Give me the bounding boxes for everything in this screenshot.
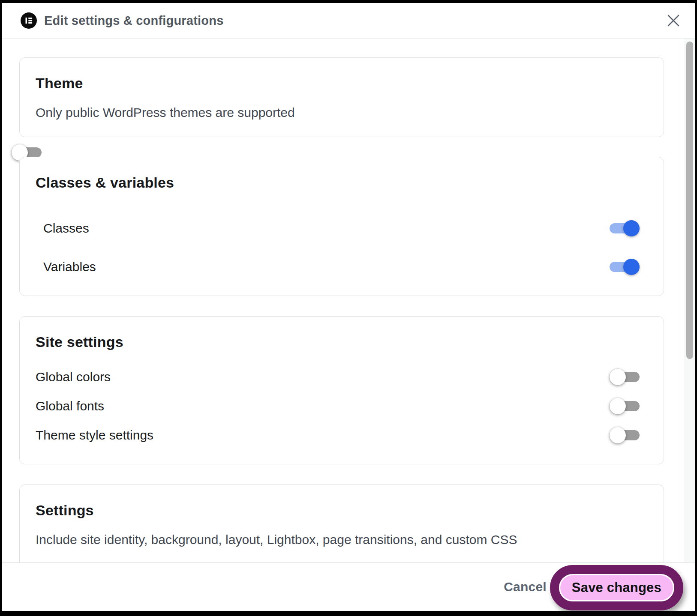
toggle-knob [623, 220, 640, 236]
settings-section-subtitle: Include site identity, background, layou… [36, 531, 640, 548]
variables-label: Variables [36, 260, 96, 274]
dialog-body: Theme Only public WordPress themes are s… [2, 39, 695, 562]
cancel-button[interactable]: Cancel [504, 580, 547, 594]
theme-style-settings-row: Theme style settings [36, 421, 640, 450]
theme-style-settings-toggle[interactable] [610, 427, 640, 443]
site-settings-section-title: Site settings [36, 333, 640, 351]
screenshot-frame: { "header": { "title": "Edit settings & … [0, 0, 697, 616]
global-colors-row: Global colors [36, 362, 640, 392]
classes-toggle[interactable] [610, 220, 640, 236]
close-icon [667, 14, 680, 27]
classes-row: Classes [36, 209, 640, 248]
toggle-knob [610, 369, 626, 385]
global-fonts-row: Global fonts [36, 392, 640, 421]
settings-section-title: Settings [36, 501, 640, 519]
global-fonts-label: Global fonts [36, 399, 104, 413]
save-changes-button[interactable]: Save changes [560, 575, 673, 600]
dialog-footer: Cancel Save changes [2, 562, 695, 611]
site-settings-rows: Global colors Global fonts [36, 362, 640, 450]
card-theme: Theme Only public WordPress themes are s… [19, 57, 664, 137]
dialog-header: Edit settings & configurations [2, 3, 695, 39]
toggle-knob [623, 259, 640, 275]
edit-settings-dialog: Edit settings & configurations Theme Onl… [2, 3, 695, 611]
theme-section-subtitle: Only public WordPress themes are support… [36, 104, 640, 121]
close-button[interactable] [664, 11, 683, 30]
scrollbar-track[interactable] [684, 39, 695, 562]
scrollbar-thumb[interactable] [686, 42, 693, 359]
theme-section-title: Theme [36, 74, 640, 92]
theme-style-settings-label: Theme style settings [36, 428, 153, 443]
card-settings: Settings Include site identity, backgrou… [19, 484, 664, 562]
dialog-content: Theme Only public WordPress themes are s… [19, 39, 664, 562]
save-highlight-annotation: Save changes [550, 565, 683, 610]
elementor-logo-icon [21, 12, 37, 29]
global-colors-toggle[interactable] [610, 369, 640, 385]
classes-variables-section-title: Classes & variables [36, 173, 640, 191]
card-site-settings: Site settings Global colors Global fonts [19, 316, 664, 464]
global-colors-label: Global colors [36, 370, 111, 384]
classes-label: Classes [36, 221, 89, 236]
variables-row: Variables [36, 248, 640, 286]
dialog-title: Edit settings & configurations [44, 14, 223, 28]
global-fonts-toggle[interactable] [610, 398, 640, 414]
toggle-knob [610, 398, 626, 414]
card-classes-variables: Classes & variables Classes Variables [19, 157, 664, 296]
toggle-knob [610, 427, 626, 443]
classes-variables-rows: Classes Variables [36, 209, 640, 286]
variables-toggle[interactable] [610, 259, 640, 275]
